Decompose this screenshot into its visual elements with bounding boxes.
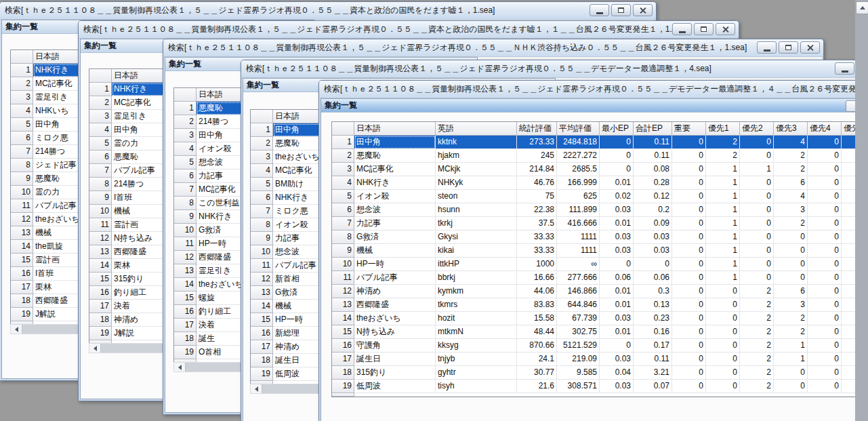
important-cell[interactable]: 0: [672, 258, 706, 271]
row-number-cell[interactable]: 4: [89, 123, 112, 137]
stat-eval-cell[interactable]: 24.1: [517, 353, 557, 366]
row-number-cell[interactable]: 19: [251, 367, 273, 381]
stat-eval-cell[interactable]: 273.33: [517, 136, 557, 149]
important-cell[interactable]: 0: [672, 149, 706, 163]
min-ep-cell[interactable]: 0: [600, 258, 634, 271]
row-number-cell[interactable]: 3: [251, 151, 273, 164]
min-ep-cell[interactable]: 0.02: [600, 190, 634, 203]
priority2-cell[interactable]: 0: [740, 203, 774, 217]
row-number-cell[interactable]: 19: [89, 327, 112, 340]
total-ep-cell[interactable]: 0.3: [634, 285, 672, 298]
important-cell[interactable]: 0: [672, 353, 706, 366]
row-number-cell[interactable]: 6: [251, 191, 273, 205]
row-number-cell[interactable]: 17: [11, 281, 33, 294]
avg-eval-cell[interactable]: 2484.818: [557, 136, 600, 149]
min-ep-cell[interactable]: 0.03: [600, 380, 634, 393]
table-row[interactable]: 1田中角kktnk273.332484.81800.1102040: [332, 136, 857, 149]
avg-eval-cell[interactable]: 1111: [557, 230, 600, 244]
row-number-cell[interactable]: 3: [332, 163, 354, 176]
priority1-cell[interactable]: 1: [706, 217, 740, 230]
row-number-cell[interactable]: 2: [251, 137, 273, 151]
priority4-cell[interactable]: 0: [808, 353, 842, 366]
column-header[interactable]: 優先2: [740, 122, 774, 136]
avg-eval-cell[interactable]: 1111: [557, 244, 600, 258]
japanese-cell[interactable]: 低周波: [354, 380, 436, 393]
row-number-cell[interactable]: 13: [174, 264, 197, 278]
avg-eval-cell[interactable]: 416.666: [557, 217, 600, 230]
table-row[interactable]: 17誕生日tnjyb24.1219.090.030.1100210: [332, 353, 857, 366]
english-cell[interactable]: hjakm: [436, 149, 517, 163]
row-number-cell[interactable]: 14: [89, 259, 112, 273]
column-header[interactable]: 平均評価: [557, 122, 600, 136]
important-cell[interactable]: 0: [672, 271, 706, 285]
min-ep-cell[interactable]: 0.03: [600, 230, 634, 244]
japanese-cell[interactable]: 誕生日: [354, 353, 436, 366]
priority1-cell[interactable]: 1: [706, 258, 740, 271]
row-number-cell[interactable]: 5: [174, 156, 197, 169]
total-ep-cell[interactable]: 0.08: [634, 163, 672, 176]
min-ep-cell[interactable]: 0: [600, 339, 634, 353]
row-number-cell[interactable]: 19: [11, 308, 33, 321]
min-ep-cell[interactable]: 0.03: [600, 312, 634, 325]
total-ep-cell[interactable]: 0.23: [634, 312, 672, 325]
english-cell[interactable]: hsunn: [436, 203, 517, 217]
row-number-cell[interactable]: 4: [332, 176, 354, 190]
important-cell[interactable]: 0: [672, 230, 706, 244]
scroll-left-button[interactable]: [251, 384, 262, 393]
row-number-cell[interactable]: 9: [11, 172, 33, 186]
important-cell[interactable]: 0: [672, 217, 706, 230]
japanese-cell[interactable]: 田中角: [354, 136, 436, 149]
total-ep-cell[interactable]: 0.06: [634, 271, 672, 285]
priority1-cell[interactable]: 1: [706, 190, 740, 203]
total-ep-cell[interactable]: 0.2: [634, 203, 672, 217]
japanese-cell[interactable]: theおざいち: [354, 312, 436, 325]
japanese-cell[interactable]: 悪魔恥: [354, 149, 436, 163]
titlebar[interactable]: 検索[ｔｈｅ２５１１０８＿＿質量制御再現公表１，５＿＿ジェド霊界ラジオ再現０．５…: [241, 60, 868, 78]
table-row[interactable]: 9機械kikai33.3311110.030.0301000: [332, 244, 857, 258]
row-number-cell[interactable]: 7: [11, 145, 33, 159]
row-number-cell[interactable]: 12: [89, 232, 112, 245]
priority4-cell[interactable]: 0: [808, 176, 842, 190]
row-number-cell[interactable]: 12: [332, 285, 354, 298]
important-cell[interactable]: 0: [672, 136, 706, 149]
priority3-cell[interactable]: 6: [774, 285, 808, 298]
english-cell[interactable]: gyhtr: [436, 366, 517, 380]
japanese-cell[interactable]: NHK行き: [354, 176, 436, 190]
priority1-cell[interactable]: 0: [706, 339, 740, 353]
priority1-cell[interactable]: 1: [706, 176, 740, 190]
table-row[interactable]: 15N持ち込みmtkmN48.44302.750.010.1600220: [332, 325, 857, 339]
min-ep-cell[interactable]: 0.01: [600, 176, 634, 190]
row-number-cell[interactable]: 2: [11, 77, 33, 91]
priority1-cell[interactable]: 0: [706, 380, 740, 393]
priority1-cell[interactable]: 1: [706, 244, 740, 258]
row-number-cell[interactable]: 8: [174, 197, 197, 210]
total-ep-cell[interactable]: 0.28: [634, 176, 672, 190]
minimize-button[interactable]: [590, 4, 609, 16]
priority4-cell[interactable]: 0: [808, 149, 842, 163]
priority4-cell[interactable]: 0: [808, 258, 842, 271]
titlebar[interactable]: 検索[ｔｈｅ２５１１０８＿＿質量制御再現公表１，５＿＿ジェド霊界ラジオ再現０．５…: [79, 21, 739, 39]
row-number-cell[interactable]: 17: [332, 353, 354, 366]
column-header[interactable]: 最小EP: [600, 122, 634, 136]
row-number-cell[interactable]: 11: [89, 218, 112, 232]
japanese-cell[interactable]: 機械: [354, 244, 436, 258]
row-number-cell[interactable]: 5: [11, 118, 33, 132]
row-number-cell[interactable]: 11: [174, 237, 197, 251]
row-number-cell[interactable]: 8: [251, 218, 273, 232]
row-number-cell[interactable]: 7: [332, 217, 354, 230]
priority2-cell[interactable]: 2: [740, 312, 774, 325]
english-cell[interactable]: mtkmN: [436, 325, 517, 339]
stat-eval-cell[interactable]: 15.58: [517, 312, 557, 325]
priority3-cell[interactable]: 2: [774, 325, 808, 339]
avg-eval-cell[interactable]: 277.666: [557, 271, 600, 285]
avg-eval-cell[interactable]: 625: [557, 190, 600, 203]
priority2-cell[interactable]: 2: [740, 366, 774, 380]
min-ep-cell[interactable]: 0: [600, 163, 634, 176]
total-ep-cell[interactable]: 0.11: [634, 353, 672, 366]
japanese-cell[interactable]: イオン殺: [354, 190, 436, 203]
priority3-cell[interactable]: 6: [774, 176, 808, 190]
row-number-cell[interactable]: 2: [332, 149, 354, 163]
priority4-cell[interactable]: 0: [808, 203, 842, 217]
priority4-cell[interactable]: 0: [808, 163, 842, 176]
column-header[interactable]: 優先4: [808, 122, 842, 136]
